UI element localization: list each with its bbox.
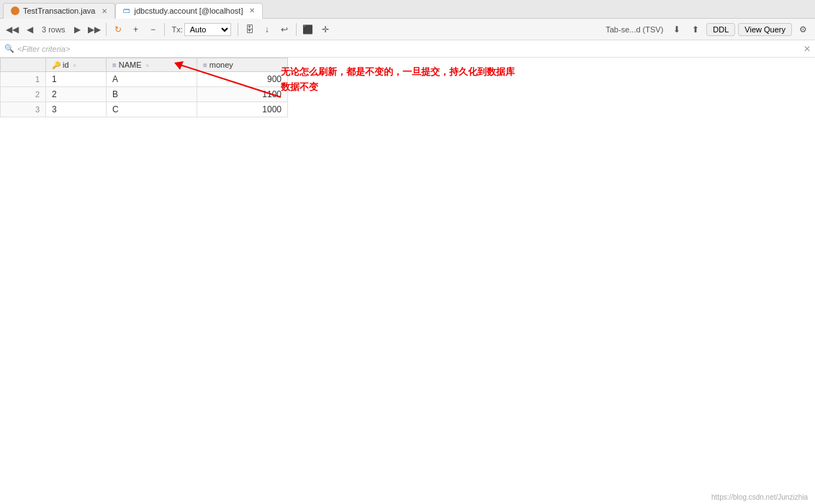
col-money-label: money — [210, 60, 233, 69]
annotation-line1: 无论怎么刷新，都是不变的，一旦提交，持久化到数据库 — [281, 66, 515, 77]
remove-row-btn[interactable]: − — [145, 22, 161, 37]
tab-bar: TestTransaction.java ✕ 🗃 jdbcstudy.accou… — [0, 0, 815, 19]
stop-btn[interactable]: ⬛ — [300, 22, 316, 37]
cell-name[interactable]: B — [107, 87, 197, 102]
tab-java[interactable]: TestTransaction.java ✕ — [3, 3, 115, 19]
filter-bar: 🔍 <Filter criteria> ✕ — [0, 40, 815, 58]
annotation: 无论怎么刷新，都是不变的，一旦提交，持久化到数据库 数据不变 — [281, 65, 515, 95]
settings-btn[interactable]: ⚙ — [795, 22, 811, 37]
tab-db[interactable]: 🗃 jdbcstudy.account [@localhost] ✕ — [115, 3, 263, 19]
col-header-name[interactable]: ≡ NAME ⬦ — [107, 58, 197, 72]
table-body: 11A90022B110033C1000 — [1, 72, 288, 117]
nav-next-btn[interactable]: ▶ — [69, 22, 85, 37]
cell-id[interactable]: 1 — [46, 72, 107, 87]
col-id-label: id — [63, 60, 69, 69]
refresh-btn[interactable]: ↻ — [110, 22, 126, 37]
table-row[interactable]: 11A900 — [1, 72, 288, 87]
tab-java-label: TestTransaction.java — [23, 6, 95, 15]
footer-url: https://blog.csdn.net/Junzizhia — [711, 493, 808, 501]
cell-rownum: 3 — [1, 102, 46, 117]
tab-db-label: jdbcstudy.account [@localhost] — [134, 6, 243, 15]
name-sort-icon: ⬦ — [145, 61, 149, 68]
sep1 — [106, 23, 107, 36]
ddl-btn[interactable]: DDL — [706, 23, 735, 36]
tx-label: Tx: — [171, 25, 182, 34]
table-area: 🔑 id ⬦ ≡ NAME ⬦ ≡ money — [0, 58, 815, 504]
toolbar: ◀◀ ◀ 3 rows ▶ ▶▶ ↻ + − Tx: Auto Manual 🗄… — [0, 19, 815, 40]
tx-select[interactable]: Auto Manual — [184, 23, 231, 36]
move-btn[interactable]: ✛ — [318, 22, 333, 37]
db-sync-btn[interactable]: 🗄 — [242, 22, 258, 37]
toolbar-right: Tab-se...d (TSV) ⬇ ⬆ DDL View Query ⚙ — [603, 22, 811, 37]
db-icon: 🗃 — [123, 6, 130, 14]
export-up-btn[interactable]: ⬆ — [688, 22, 703, 37]
filter-close-btn[interactable]: ✕ — [803, 44, 811, 54]
export-down-btn[interactable]: ⬇ — [669, 22, 685, 37]
col-header-money[interactable]: ≡ money — [197, 58, 288, 72]
annotation-text: 无论怎么刷新，都是不变的，一旦提交，持久化到数据库 数据不变 — [281, 65, 515, 95]
tx-group: Tx: Auto Manual — [171, 23, 230, 36]
cell-rownum: 2 — [1, 87, 46, 102]
data-table: 🔑 id ⬦ ≡ NAME ⬦ ≡ money — [0, 58, 288, 117]
table-row[interactable]: 33C1000 — [1, 102, 288, 117]
nav-first-btn[interactable]: ◀◀ — [4, 22, 20, 37]
sep4 — [296, 23, 297, 36]
cell-money[interactable]: 900 — [197, 72, 288, 87]
sep2 — [164, 23, 165, 36]
name-col-icon: ≡ — [112, 61, 117, 69]
table-header-row: 🔑 id ⬦ ≡ NAME ⬦ ≡ money — [1, 58, 288, 72]
money-col-icon: ≡ — [203, 61, 207, 69]
id-col-icon: 🔑 — [52, 61, 60, 69]
id-sort-icon: ⬦ — [73, 61, 76, 68]
add-row-btn[interactable]: + — [127, 22, 143, 37]
col-rownum — [1, 58, 46, 72]
java-icon — [11, 6, 19, 15]
cell-rownum: 1 — [1, 72, 46, 87]
cell-name[interactable]: C — [107, 102, 197, 117]
table-row[interactable]: 22B1100 — [1, 87, 288, 102]
nav-prev-btn[interactable]: ◀ — [22, 22, 37, 37]
cell-name[interactable]: A — [107, 72, 197, 87]
tab-java-close[interactable]: ✕ — [102, 7, 107, 15]
cell-id[interactable]: 2 — [46, 87, 107, 102]
col-name-label: NAME — [119, 60, 142, 69]
cell-id[interactable]: 3 — [46, 102, 107, 117]
cell-money[interactable]: 1100 — [197, 87, 288, 102]
submit-btn[interactable]: ↓ — [259, 22, 275, 37]
filter-icon: 🔍 — [4, 44, 14, 53]
filter-placeholder[interactable]: <Filter criteria> — [17, 45, 70, 53]
col-header-id[interactable]: 🔑 id ⬦ — [46, 58, 107, 72]
cell-money[interactable]: 1000 — [197, 102, 288, 117]
footer: https://blog.csdn.net/Junzizhia — [711, 493, 808, 501]
tab-db-close[interactable]: ✕ — [249, 6, 255, 14]
view-query-btn[interactable]: View Query — [738, 23, 792, 36]
revert-btn[interactable]: ↩ — [276, 22, 292, 37]
rows-count: 3 rows — [39, 25, 68, 34]
sep3 — [238, 23, 238, 36]
nav-last-btn[interactable]: ▶▶ — [86, 22, 102, 37]
tab-sep-label: Tab-se...d (TSV) — [603, 25, 666, 34]
